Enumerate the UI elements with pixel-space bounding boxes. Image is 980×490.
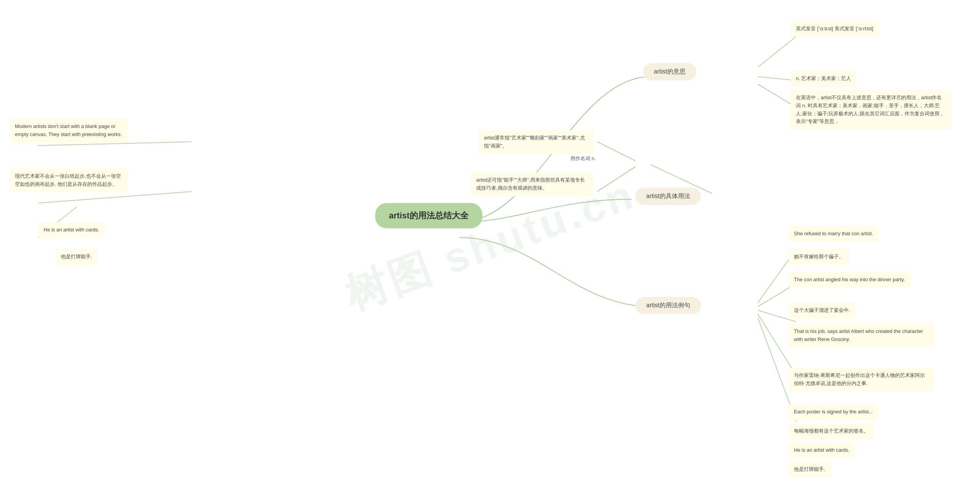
usage-mid-node: artist的具体用法	[635, 188, 701, 205]
center-label: artist的用法总结大全	[389, 211, 469, 220]
example-item-3-en: Each poster is signed by the artist...	[789, 404, 878, 420]
example-2-text: That is his job, says artist Albert who …	[794, 328, 923, 342]
example-item-0-en: She refused to marry that con artist.	[789, 226, 879, 242]
definition-box: n. 艺术家；美术家；艺人	[791, 71, 856, 87]
example-item-4-en: He is an artist with cards.	[789, 442, 855, 458]
example-item-3-zh: 每幅海报都有这个艺术家的签名。	[789, 423, 874, 439]
svg-line-4	[597, 142, 635, 161]
usage-mid-label: artist的具体用法	[646, 193, 690, 199]
example-item-2: That is his job, says artist Albert who …	[789, 324, 934, 347]
example-item-1-zh: 这个大骗子溜进了宴会中.	[789, 303, 856, 318]
usage-sub1-desc: artist通常指"艺术家""雕刻家""画家""美术家",尤指"画家"。	[479, 130, 593, 154]
example-item-0-zh: 她不肯嫁给那个骗子。	[789, 249, 849, 265]
usage-example1-en-text: Modern artists don't start with a blank …	[15, 123, 122, 137]
usage-example2-en-text: He is an artist with cards.	[44, 227, 99, 233]
example-0-en-text: She refused to marry that con artist.	[794, 231, 873, 236]
example-item-2-zh: 与作家雷纳·果斯希尼一起创作出这个卡通人物的艺术家阿尔伯特·尤德卓说,这是他的分…	[789, 368, 934, 392]
pronunciation-text: 英式发音 [ˈɑ:tɪst] 美式发音 [ˈɑ:rtɪst]	[796, 26, 873, 31]
usage-example2-zh-text: 他是打牌能手.	[61, 254, 92, 259]
example-2-zh-text: 与作家雷纳·果斯希尼一起创作出这个卡通人物的艺术家阿尔伯特·尤德卓说,这是他的分…	[794, 372, 925, 386]
example-4-en-text: He is an artist with cards.	[794, 447, 849, 453]
pronunciation-box: 英式发音 [ˈɑ:tɪst] 美式发音 [ˈɑ:rtɪst]	[791, 21, 879, 37]
svg-line-8	[38, 192, 191, 203]
svg-line-5	[597, 167, 635, 192]
svg-line-0	[758, 36, 796, 67]
examples-mid-label: artist的用法例句	[646, 302, 690, 308]
usage-example1-en: Modern artists don't start with a blank …	[10, 119, 128, 143]
example-item-1-en: The con artist angled his way into the d…	[789, 272, 910, 288]
definition-text: n. 艺术家；美术家；艺人	[796, 75, 851, 81]
usage-sub2-desc: artist还可指"能手""大师",用来指那些具有某项专长或技巧者,偶尔含有戏谑…	[471, 172, 593, 196]
center-node: artist的用法总结大全	[375, 203, 482, 228]
usage-sub1-desc-text: artist通常指"艺术家""雕刻家""画家""美术家",尤指"画家"。	[484, 135, 585, 149]
example-3-zh-text: 每幅海报都有这个艺术家的签名。	[794, 428, 869, 434]
usage-sub1-text: 用作名词 n.	[570, 156, 596, 161]
detail-text: 在英语中，artist不仅具有上述意思，还有更详尽的用法，artist作名词 n…	[796, 95, 944, 124]
example-3-en-text: Each poster is signed by the artist...	[794, 409, 873, 415]
meaning-mid-label: artist的意思	[654, 68, 686, 75]
example-1-zh-text: 这个大骗子溜进了宴会中.	[794, 307, 850, 313]
example-4-zh-text: 他是打牌能手.	[794, 466, 825, 472]
example-1-en-text: The con artist angled his way into the d…	[794, 277, 905, 282]
usage-sub2-desc-text: artist还可指"能手""大师",用来指那些具有某项专长或技巧者,偶尔含有戏谑…	[476, 177, 585, 191]
usage-sub1-label: 用作名词 n.	[570, 155, 596, 162]
usage-example2-zh: 他是打牌能手.	[56, 249, 98, 265]
usage-example2-en: He is an artist with cards.	[38, 222, 105, 238]
usage-example1-zh-text: 现代艺术家不会从一张白纸起步,也不会从一张空空如也的画布起步. 他们是从存在的作…	[15, 173, 121, 187]
example-item-4-zh: 他是打牌能手.	[789, 462, 831, 477]
examples-mid-node: artist的用法例句	[635, 297, 701, 314]
example-0-zh-text: 她不肯嫁给那个骗子。	[794, 254, 844, 259]
usage-example1-zh: 现代艺术家不会从一张白纸起步,也不会从一张空空如也的画布起步. 他们是从存在的作…	[10, 169, 128, 192]
meaning-mid-node: artist的意思	[643, 63, 696, 80]
detail-box: 在英语中，artist不仅具有上述意思，还有更详尽的用法，artist作名词 n…	[791, 90, 951, 129]
